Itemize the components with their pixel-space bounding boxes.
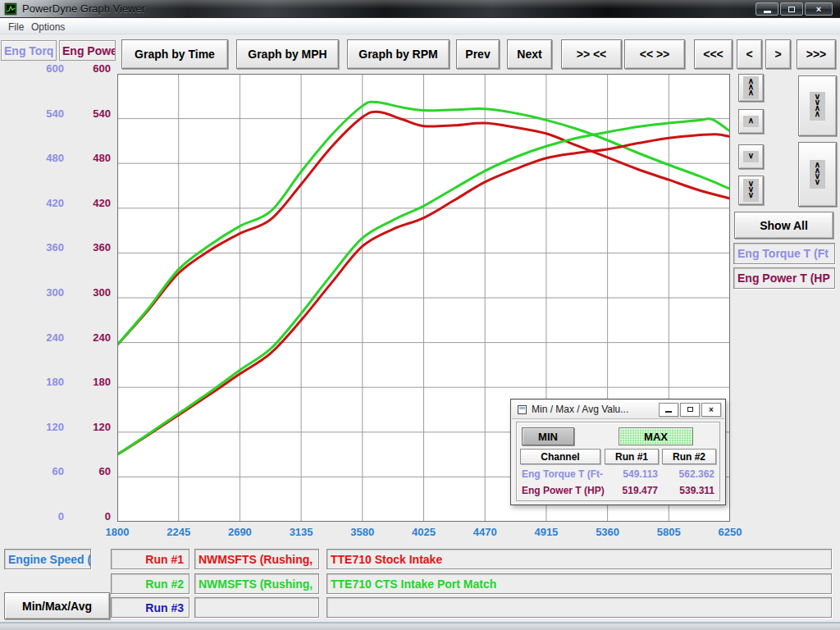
minmax-close-button[interactable]: × — [701, 403, 721, 417]
run3-desc-box — [326, 597, 832, 618]
minmax-row-torque-channel: Eng Torque T (Ft- — [522, 468, 614, 480]
y-tick-label: 540 — [23, 107, 64, 120]
minmax-restore-button[interactable] — [680, 403, 700, 417]
y-scroll-up-fast-button[interactable]: ∧∧∧ — [738, 74, 764, 102]
minmax-title-bar[interactable]: Min / Max / Avg Valu... × — [512, 400, 724, 419]
menu-options[interactable]: Options — [26, 20, 70, 34]
x-axis-channel-box: Engine Speed (RI — [4, 549, 91, 569]
x-tick-label: 1800 — [106, 526, 130, 538]
menu-file[interactable]: File — [3, 20, 29, 34]
axis-header-power[interactable]: Eng Powe — [59, 40, 116, 61]
run1-desc-box: TTE710 Stock Intake — [326, 549, 832, 569]
window-bottom-border — [0, 622, 840, 630]
graph-by-rpm-button[interactable]: Graph by RPM — [347, 39, 450, 69]
y-scroll-down-button[interactable]: ∨ — [738, 144, 764, 169]
run3-name-box — [194, 597, 319, 618]
y-tick-label: 240 — [74, 331, 111, 344]
run2-label-box[interactable]: Run #2 — [111, 573, 189, 594]
restore-icon — [687, 407, 693, 412]
scroll-left-button[interactable]: < — [737, 39, 762, 69]
x-tick-label: 5805 — [657, 526, 681, 538]
minimize-icon — [764, 11, 771, 13]
x-tick-label: 6250 — [719, 526, 742, 538]
run1-column-header[interactable]: Run #1 — [605, 449, 659, 464]
scroll-right-button[interactable]: > — [765, 39, 791, 69]
maximize-icon — [788, 7, 795, 12]
minmax-power-run1-value: 519.477 — [609, 485, 658, 496]
y-tick-label: 420 — [74, 197, 111, 209]
y-tick-label: 180 — [74, 376, 111, 388]
graph-by-time-button[interactable]: Graph by Time — [121, 39, 228, 69]
title-bar[interactable]: PowerDyne Graph Viewer × — [0, 0, 840, 18]
x-tick-label: 2690 — [228, 526, 252, 538]
prev-button[interactable]: Prev — [456, 39, 500, 69]
run2-name-box: NWMSFTS (Rushing, — [194, 573, 319, 594]
channel-box-power[interactable]: Eng Power T (HP — [733, 267, 835, 289]
run3-label-box[interactable]: Run #3 — [111, 597, 189, 618]
minmax-minimize-button[interactable] — [659, 403, 678, 417]
menu-bar: File Options — [0, 18, 840, 34]
zoom-in-x-button[interactable]: >> << — [561, 39, 622, 69]
chevron-down-icon: ∨ — [743, 151, 759, 162]
scroll-left-fast-button[interactable]: <<< — [694, 39, 733, 69]
y-tick-label: 180 — [23, 376, 64, 388]
close-icon: × — [709, 405, 714, 414]
y-tick-label: 240 — [23, 331, 64, 344]
y-tick-label: 540 — [74, 107, 111, 120]
show-all-button[interactable]: Show All — [734, 212, 833, 239]
y-tick-label: 600 — [74, 62, 111, 75]
close-button[interactable]: × — [805, 2, 833, 16]
x-tick-label: 4915 — [534, 526, 558, 538]
y-tick-label: 420 — [23, 197, 64, 209]
channel-box-torque[interactable]: Eng Torque T (Ft — [733, 243, 835, 264]
y-scroll-up-button[interactable]: ∧ — [738, 109, 764, 134]
y-tick-label: 300 — [74, 286, 111, 299]
minmax-window-title: Min / Max / Avg Valu... — [532, 404, 659, 415]
chevron-up-triple-icon: ∧∧∧ — [743, 76, 759, 99]
y-tick-label: 0 — [74, 510, 111, 523]
next-button[interactable]: Next — [507, 39, 552, 69]
form-icon — [518, 405, 527, 414]
scroll-right-fast-button[interactable]: >>> — [797, 39, 836, 69]
compress-chevrons-icon: ∨∨∧∧ — [810, 92, 825, 121]
x-tick-label: 4470 — [473, 526, 497, 538]
zoom-out-x-button[interactable]: << >> — [624, 39, 685, 69]
y-tick-label: 0 — [23, 510, 64, 523]
x-tick-label: 4025 — [412, 526, 436, 538]
channel-column-header[interactable]: Channel — [520, 449, 600, 464]
minmax-torque-run1-value: 549.113 — [609, 468, 658, 480]
window-title: PowerDyne Graph Viewer — [22, 2, 145, 15]
min-max-avg-button[interactable]: Min/Max/Avg — [4, 592, 110, 619]
max-toggle-button[interactable]: MAX — [619, 427, 693, 445]
expand-chevrons-icon: ∧∧∨∨ — [810, 160, 825, 189]
minmax-window: Min / Max / Avg Valu... × MIN MAX Channe… — [510, 399, 726, 505]
min-toggle-button[interactable]: MIN — [522, 427, 574, 445]
y-compress-button[interactable]: ∨∨∧∧ — [798, 75, 837, 136]
x-tick-label: 3580 — [350, 526, 374, 538]
y-tick-label: 120 — [23, 421, 64, 433]
app-icon — [4, 2, 17, 16]
close-icon: × — [816, 5, 821, 14]
y-tick-label: 60 — [23, 465, 64, 477]
maximize-button[interactable] — [780, 2, 803, 16]
chevron-down-triple-icon: ∨∨∨ — [743, 179, 759, 202]
minimize-icon — [665, 411, 672, 413]
graph-by-mph-button[interactable]: Graph by MPH — [236, 39, 339, 69]
minmax-torque-run2-value: 562.362 — [666, 468, 714, 480]
run2-column-header[interactable]: Run #2 — [662, 449, 716, 464]
run2-desc-box: TTE710 CTS Intake Port Match — [326, 573, 832, 594]
x-tick-label: 3135 — [290, 526, 313, 538]
run1-label-box[interactable]: Run #1 — [111, 549, 189, 569]
minimize-button[interactable] — [756, 2, 778, 16]
x-tick-label: 5360 — [596, 526, 619, 538]
y-expand-button[interactable]: ∧∧∨∨ — [798, 142, 837, 207]
y-tick-label: 360 — [74, 241, 111, 253]
y-tick-label: 60 — [74, 465, 111, 477]
y-scroll-down-fast-button[interactable]: ∨∨∨ — [738, 176, 764, 205]
minmax-row-power-channel: Eng Power T (HP) — [522, 485, 614, 496]
minmax-power-run2-value: 539.311 — [666, 485, 714, 496]
chevron-up-icon: ∧ — [743, 116, 759, 127]
y-tick-label: 600 — [23, 62, 64, 75]
axis-header-torque[interactable]: Eng Torq — [1, 40, 57, 61]
run1-name-box: NWMSFTS (Rushing, — [194, 549, 319, 569]
